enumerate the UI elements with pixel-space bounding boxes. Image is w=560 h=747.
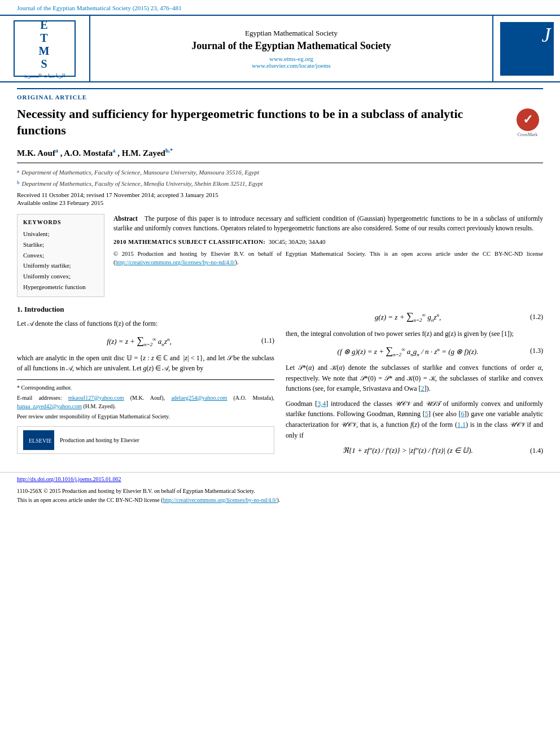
title-row: Necessity and sufficiency for hypergeome… [17, 106, 543, 138]
abstract-text: Abstract The purpose of this paper is to… [113, 214, 543, 234]
ref-3-link[interactable]: 3,4 [317, 400, 326, 408]
footnote-peer: Peer review under responsibility of Egyp… [17, 412, 274, 421]
math-classification: 2010 MATHEMATICS SUBJECT CLASSIFICATION:… [113, 238, 543, 245]
body-section: 1. Introduction Let 𝒜 denote the class o… [17, 305, 543, 461]
keyword-3: Convex; [23, 250, 98, 261]
email-link-3[interactable]: hanaa_zayed42@yahoo.com [17, 403, 82, 409]
ref-11-link[interactable]: 1.1 [457, 421, 466, 429]
author1-name: M.K. Aouf [17, 148, 55, 158]
page: Journal of the Egyptian Mathematical Soc… [0, 0, 560, 747]
journal-link[interactable]: Journal of the Egyptian Mathematical Soc… [17, 5, 182, 11]
logo-letters: ETMS [39, 19, 51, 71]
formula-11-content: f(z) = z + ∑n=2∞ anzn, [17, 335, 261, 347]
author3-name: , H.M. Zayed [117, 148, 165, 158]
keywords-box: KEYWORDS Univalent; Starlike; Convex; Un… [17, 214, 104, 297]
affil-a-row: a Department of Mathematics, Faculty of … [17, 168, 543, 177]
formula-12-content: g(z) = z + ∑n=2∞ gnzn, [286, 311, 530, 323]
elsevier-footer: ELSEVIER Production and hosting by Elsev… [17, 426, 274, 454]
footnote-star: * Corresponding author. [17, 383, 274, 392]
journal-logo-left: ETMS الرياضيات المصرية [0, 16, 90, 81]
keyword-4: Uniformly starlike; [23, 260, 98, 271]
copyright-link[interactable]: http://creativecommons.org/licenses/by-n… [116, 259, 235, 265]
dates-line: Received 11 October 2014; revised 17 Nov… [17, 191, 543, 198]
formula-13-number: (1.3) [530, 347, 543, 355]
copyright-text: © 2015 Production and hosting by Elsevie… [113, 250, 543, 268]
journal-header: ETMS الرياضيات المصرية Egyptian Mathemat… [0, 15, 560, 82]
formula-13-content: (f ⊗ g)(z) = z + ∑n=2∞ angn / n · zn = (… [286, 345, 530, 357]
website2-link[interactable]: www.elsevier.com/locate/joems [252, 62, 331, 69]
footnote-section: * Corresponding author. E-mail addresses… [17, 379, 274, 421]
crossmark-label: CrossMark [518, 132, 538, 137]
body-right: g(z) = z + ∑n=2∞ gnzn, (1.2) then, the i… [286, 305, 543, 461]
crossmark-check: ✓ [523, 112, 533, 127]
footnote-email: E-mail addresses: mkaouf127@yahoo.com (M… [17, 394, 274, 410]
author3-sup: b,* [165, 147, 173, 154]
formula-13: (f ⊗ g)(z) = z + ∑n=2∞ angn / n · zn = (… [286, 345, 543, 357]
abstract-body: The purpose of this paper is to introduc… [113, 215, 543, 231]
bottom-line1: 1110-256X © 2015 Production and hosting … [17, 487, 543, 496]
keyword-5: Uniformly convex; [23, 271, 98, 282]
para3-text: then, the integral convolution of two po… [286, 329, 543, 339]
j-box: J [500, 22, 554, 76]
email-link-2[interactable]: adelaeg254@yahoo.com [171, 395, 227, 401]
keywords-title: KEYWORDS [23, 219, 98, 225]
author2-sup: a [113, 147, 116, 154]
article-type: ORIGINAL ARTICLE [17, 88, 543, 101]
formula-11: f(z) = z + ∑n=2∞ anzn, (1.1) [17, 335, 274, 347]
affil-b-row: b Department of Mathematics, Faculty of … [17, 179, 543, 189]
affil-b-text: Department of Mathematics, Faculty of Sc… [22, 179, 263, 189]
affil-a-sup: a [17, 168, 19, 177]
main-content: ORIGINAL ARTICLE Necessity and sufficien… [0, 82, 560, 472]
formula-12: g(z) = z + ∑n=2∞ gnzn, (1.2) [286, 311, 543, 323]
abstract-label: Abstract [113, 215, 138, 222]
website1-link[interactable]: www.etms-eg.org [252, 55, 331, 62]
bottom-link[interactable]: http://creativecommons.org/licenses/by-n… [163, 497, 277, 503]
math-class-label: 2010 MATHEMATICS SUBJECT CLASSIFICATION: [113, 239, 265, 245]
article-title: Necessity and sufficiency for hypergeome… [17, 106, 501, 138]
para5-text: Goodman [3,4] introduced the classes 𝒰𝒞𝒱… [286, 399, 543, 440]
doi-bar: http://dx.doi.org/10.1016/j.joems.2015.0… [0, 472, 560, 486]
affil-b-sup: b [17, 179, 20, 189]
elsevier-svg: ELSEVIER [26, 431, 51, 448]
keyword-1: Univalent; [23, 229, 98, 239]
affil-a-text: Department of Mathematics, Faculty of Sc… [21, 168, 259, 177]
author1-sup: a [55, 147, 58, 154]
para4-text: Let 𝒮*(α) and 𝒦(α) denote the subclasses… [286, 362, 543, 394]
formula-14: ℜ{1 + zf″(z) / f′(z)} > |zf″(z) / f′(z)|… [286, 446, 543, 455]
ref-6-link[interactable]: 6 [461, 410, 465, 418]
intro-heading: 1. Introduction [17, 305, 274, 314]
formula-14-number: (1.4) [530, 447, 543, 455]
copyright-suffix: ). [235, 259, 239, 265]
available-online: Available online 23 February 2015 [17, 199, 543, 206]
affiliations: a Department of Mathematics, Faculty of … [17, 168, 543, 188]
journal-links: www.etms-eg.org www.elsevier.com/locate/… [252, 55, 331, 69]
email-link-1[interactable]: mkaouf127@yahoo.com [68, 395, 124, 401]
formula-11-number: (1.1) [261, 337, 274, 345]
logo-box: ETMS الرياضيات المصرية [14, 20, 76, 77]
ref-2-link[interactable]: 2 [421, 385, 425, 392]
society-name: Egyptian Mathematical Society [245, 29, 338, 38]
elsevier-logo: ELSEVIER [23, 430, 54, 450]
abstract-col: Abstract The purpose of this paper is to… [113, 214, 543, 297]
bottom-footnotes: 1110-256X © 2015 Production and hosting … [0, 486, 560, 510]
keywords-list: Univalent; Starlike; Convex; Uniformly s… [23, 229, 98, 292]
crossmark-icon: ✓ [517, 108, 539, 131]
journal-logo-right: J [492, 16, 560, 81]
intro-para1: Let 𝒜 denote the class of functions f(z)… [17, 318, 274, 329]
classification-codes: 30C45; 30A20; 34A40 [269, 238, 326, 245]
intro-para2: which are analytic in the open unit disc… [17, 353, 274, 374]
doi-link[interactable]: http://dx.doi.org/10.1016/j.joems.2015.0… [17, 476, 121, 482]
svg-text:ELSEVIER: ELSEVIER [29, 438, 51, 444]
crossmark: ✓ CrossMark [512, 108, 543, 137]
ref-5-link[interactable]: 5 [425, 410, 428, 418]
bottom-line2: This is an open access article under the… [17, 496, 543, 505]
j-letter: J [542, 25, 551, 45]
keyword-6: Hypergeometric function [23, 282, 98, 292]
abstract-section: KEYWORDS Univalent; Starlike; Convex; Un… [17, 214, 543, 297]
author-divider [17, 163, 543, 163]
formula-12-number: (1.2) [530, 313, 543, 321]
logo-arabic: الرياضيات المصرية [24, 73, 65, 78]
author2-name: , A.O. Mostafa [60, 148, 113, 158]
authors: M.K. Aoufa , A.O. Mostafaa , H.M. Zayedb… [17, 147, 543, 158]
elsevier-text: Production and hosting by Elsevier [60, 437, 139, 443]
